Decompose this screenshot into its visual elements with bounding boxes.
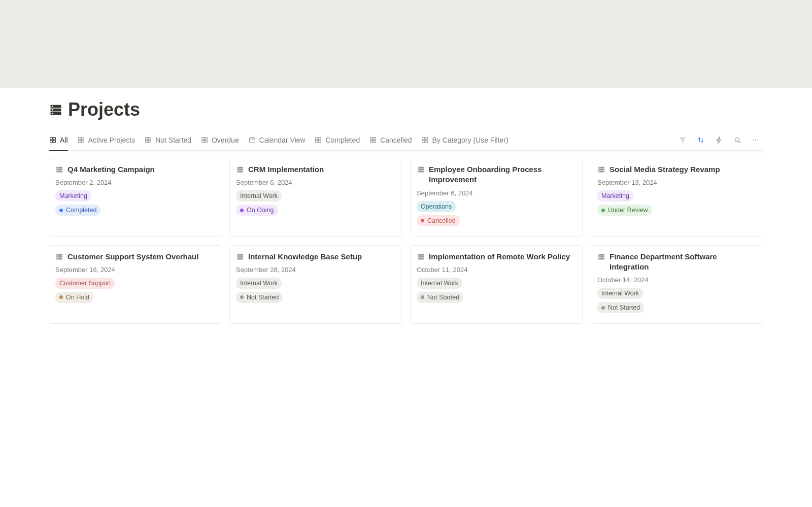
card-title: Q4 Marketing Campaign [67,164,155,175]
svg-rect-13 [81,140,84,143]
svg-rect-21 [205,140,208,143]
page-title: Projects [68,99,140,120]
status-label: Not Started [427,293,459,302]
page-title-row: Projects [49,88,763,125]
tab-completed[interactable]: Completed [314,129,360,151]
status-label: Cancelled [427,216,456,225]
status-tag: Under Review [597,205,652,216]
svg-point-44 [755,139,756,140]
tab-not-started[interactable]: Not Started [144,129,191,151]
status-tag: On Hold [55,292,93,303]
card-title: Implementation of Remote Work Policy [429,252,570,262]
svg-rect-69 [599,171,599,172]
list-icon [55,164,63,174]
gallery-icon [144,136,152,144]
tab-label: Overdue [212,136,239,144]
tab-label: Active Projects [88,136,136,144]
status-dot-icon [240,295,244,299]
filter-icon[interactable] [677,134,688,146]
tab-overdue[interactable]: Overdue [200,129,239,151]
card-date: October 11, 2024 [417,266,576,274]
sort-icon[interactable] [695,134,706,146]
card-date: October 14, 2024 [597,276,757,284]
svg-rect-50 [57,169,57,170]
list-icon [597,252,605,261]
card-date: September 16, 2024 [55,266,215,274]
project-card[interactable]: Customer Support System OverhaulSeptembe… [49,245,221,324]
svg-rect-16 [146,140,148,143]
svg-rect-6 [50,137,53,140]
card-title-row: Q4 Marketing Campaign [55,164,215,175]
card-title: Social Media Strategy Revamp [610,164,720,175]
svg-rect-49 [57,167,57,167]
project-card[interactable]: Internal Knowledge Base SetupSeptember 2… [229,245,402,324]
list-icon [55,252,63,261]
list-icon [236,252,244,261]
status-dot-icon [601,209,605,212]
category-tag: Internal Work [236,278,282,289]
svg-rect-62 [418,169,419,170]
svg-rect-19 [205,137,208,140]
category-tag: Internal Work [417,278,462,289]
project-card[interactable]: Q4 Marketing CampaignSeptember 2, 2024Ma… [49,158,221,237]
search-icon[interactable] [732,134,743,146]
page-body: Projects AllActive ProjectsNot StartedOv… [0,88,812,324]
svg-rect-81 [238,258,238,259]
tab-active-projects[interactable]: Active Projects [77,129,136,151]
tab-cancelled[interactable]: Cancelled [369,129,412,151]
card-title: Customer Support System Overhaul [67,252,198,262]
svg-rect-31 [374,137,376,140]
status-label: Under Review [608,206,648,215]
svg-rect-56 [238,169,238,170]
svg-rect-91 [599,254,599,255]
status-tag: Not Started [597,302,644,313]
svg-rect-9 [53,140,56,143]
svg-rect-15 [149,137,151,140]
project-card[interactable]: Implementation of Remote Work PolicyOcto… [410,245,583,324]
svg-rect-28 [316,140,318,143]
gallery-icon [200,136,209,144]
view-toolbar [677,134,763,146]
project-card[interactable]: Employee Onboarding Process ImprovementS… [410,158,583,237]
svg-rect-14 [146,137,148,140]
list-icon [597,164,605,174]
card-title-row: Internal Knowledge Base Setup [236,252,395,262]
svg-rect-36 [422,140,425,143]
project-card[interactable]: Social Media Strategy RevampSeptember 13… [591,158,763,237]
card-title-row: CRM Implementation [236,164,395,175]
svg-rect-93 [599,258,599,259]
tab-label: Calendar View [259,136,306,144]
svg-rect-57 [238,171,238,172]
tab-by-category-use-filter[interactable]: By Category (Use Filter) [421,129,508,151]
svg-rect-75 [57,258,57,259]
tab-label: Not Started [155,136,191,144]
status-label: Completed [66,206,96,215]
tab-label: Completed [325,136,360,144]
svg-rect-55 [238,167,238,167]
category-label: Internal Work [240,191,278,200]
views-tabs-row: AllActive ProjectsNot StartedOverdueCale… [49,129,763,151]
list-icon [236,164,244,174]
status-dot-icon [59,209,63,212]
svg-rect-10 [78,137,81,140]
status-tag: Not Started [417,292,463,303]
project-card[interactable]: Finance Department Software IntegrationO… [591,245,763,324]
svg-rect-5 [52,113,53,114]
svg-rect-18 [202,137,205,140]
status-label: On Hold [66,293,89,302]
tab-calendar-view[interactable]: Calendar View [248,129,306,151]
project-card[interactable]: CRM ImplementationSeptember 6, 2024Inter… [229,158,402,237]
more-icon[interactable] [750,134,761,146]
category-label: Marketing [59,191,87,200]
status-dot-icon [240,209,244,212]
card-title-row: Finance Department Software Integration [597,252,757,273]
card-date: September 2, 2024 [55,179,215,186]
svg-rect-68 [599,169,599,170]
svg-rect-27 [319,137,321,140]
tab-all[interactable]: All [49,129,68,151]
automation-icon[interactable] [714,134,725,146]
card-date: September 6, 2024 [236,179,395,186]
card-title: CRM Implementation [248,164,324,175]
list-icon [417,252,425,261]
svg-point-45 [757,139,758,140]
